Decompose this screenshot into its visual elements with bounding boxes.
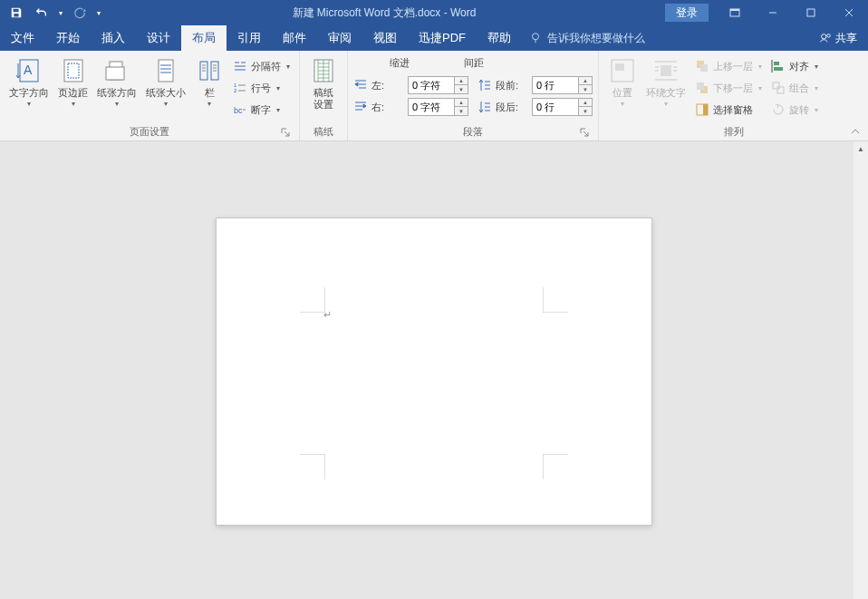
rotate-button: 旋转 ▾ [767, 100, 822, 120]
login-button[interactable]: 登录 [665, 4, 709, 22]
spin-up[interactable]: ▲ [455, 77, 468, 85]
tell-me-search[interactable]: 告诉我你想要做什么 [522, 25, 652, 51]
indent-right-input[interactable] [409, 101, 454, 112]
spin-up[interactable]: ▲ [579, 77, 592, 85]
wrap-text-button: 环绕文字 ▾ [642, 54, 690, 110]
tab-references[interactable]: 引用 [227, 25, 272, 51]
tab-view[interactable]: 视图 [362, 25, 408, 51]
indent-left-spinner[interactable]: ▲▼ [408, 76, 468, 94]
svg-point-8 [822, 34, 826, 39]
spacing-after-spinner[interactable]: ▲▼ [532, 98, 593, 116]
breaks-icon [233, 59, 247, 73]
columns-button[interactable]: 栏 ▾ [191, 54, 227, 110]
maximize-button[interactable] [792, 0, 830, 25]
scroll-up-button[interactable]: ▲ [854, 141, 868, 156]
size-button[interactable]: 纸张大小 ▾ [142, 54, 189, 110]
group-label-arrange: 排列 [604, 125, 863, 140]
group-label-paragraph: 段落 [353, 125, 593, 140]
svg-rect-15 [106, 67, 124, 80]
svg-rect-27 [700, 64, 708, 72]
tab-insert[interactable]: 插入 [91, 25, 136, 51]
line-numbers-button[interactable]: 12 行号 ▾ [229, 78, 294, 98]
position-icon [608, 56, 637, 85]
spacing-before-spinner[interactable]: ▲▼ [532, 76, 593, 94]
selection-pane-button[interactable]: 选择窗格 [691, 100, 766, 120]
group-label-paper: 稿纸 [305, 125, 342, 140]
margins-icon [59, 56, 88, 85]
svg-text:2: 2 [234, 88, 237, 93]
paragraph-mark: ↵ [323, 309, 332, 321]
spin-down[interactable]: ▼ [455, 85, 468, 93]
tab-file[interactable]: 文件 [0, 25, 45, 51]
page[interactable]: ↵ [216, 217, 652, 526]
group-icon [771, 81, 786, 95]
breaks-button[interactable]: 分隔符 ▾ [229, 56, 294, 76]
margin-corner-top-right [543, 287, 568, 313]
margin-corner-bottom-left [300, 454, 325, 479]
hyphenation-icon: bc [233, 102, 247, 117]
document-area[interactable]: ↵ [0, 141, 868, 599]
minimize-button[interactable] [754, 0, 792, 25]
paragraph-launcher[interactable] [578, 126, 591, 139]
spin-up[interactable]: ▲ [579, 99, 592, 107]
chevron-down-icon: ▾ [815, 106, 818, 114]
tab-pdf[interactable]: 迅捷PDF [408, 25, 477, 51]
tab-help[interactable]: 帮助 [477, 25, 522, 51]
undo-dropdown[interactable]: ▾ [56, 2, 65, 24]
paper-icon [309, 56, 338, 85]
chevron-down-icon: ▾ [115, 101, 119, 108]
save-button[interactable] [5, 2, 27, 24]
window-title: 新建 Microsoft Word 文档.docx - Word [103, 5, 665, 21]
spacing-before-label: 段前: [496, 79, 528, 92]
undo-button[interactable] [31, 2, 53, 24]
spacing-after-input[interactable] [533, 101, 578, 112]
margins-button[interactable]: 页边距 ▾ [54, 54, 92, 110]
tab-design[interactable]: 设计 [136, 25, 181, 51]
title-bar: ▾ ▾ 新建 Microsoft Word 文档.docx - Word 登录 [0, 0, 868, 25]
text-direction-button[interactable]: A 文字方向 ▾ [5, 54, 53, 110]
orientation-button[interactable]: 纸张方向 ▾ [93, 54, 140, 110]
chevron-down-icon: ▾ [758, 84, 762, 92]
svg-rect-35 [773, 82, 779, 89]
spacing-after-icon [477, 100, 492, 114]
close-button[interactable] [830, 0, 868, 25]
redo-button[interactable] [69, 2, 91, 24]
qat-customize[interactable]: ▾ [94, 2, 103, 24]
spin-down[interactable]: ▼ [579, 107, 592, 115]
page-size-icon [151, 56, 180, 85]
rotate-icon [771, 102, 786, 117]
page-setup-launcher[interactable] [279, 126, 292, 139]
collapse-ribbon-button[interactable] [846, 124, 864, 139]
align-icon [771, 59, 786, 73]
chevron-down-icon: ▾ [815, 84, 818, 92]
spacing-before-input[interactable] [533, 80, 578, 91]
tab-home[interactable]: 开始 [45, 25, 91, 51]
chevron-down-icon: ▾ [664, 101, 668, 108]
paper-settings-button[interactable]: 稿纸 设置 [305, 54, 342, 112]
tab-review[interactable]: 审阅 [317, 25, 362, 51]
svg-rect-33 [774, 67, 783, 71]
spacing-before-icon [477, 78, 492, 92]
bring-forward-icon [695, 59, 709, 73]
svg-rect-1 [730, 9, 739, 11]
group-paper: 稿纸 设置 稿纸 [300, 51, 348, 140]
share-button[interactable]: 共享 [819, 25, 868, 51]
indent-right-label: 右: [371, 101, 404, 114]
tab-mailings[interactable]: 邮件 [272, 25, 317, 51]
group-page-setup: A 文字方向 ▾ 页边距 ▾ 纸张方向 ▾ 纸张大小 ▾ 栏 [0, 51, 300, 140]
spin-down[interactable]: ▼ [455, 107, 468, 115]
hyphenation-button[interactable]: bc 断字 ▾ [229, 100, 294, 120]
align-button[interactable]: 对齐 ▾ [767, 56, 822, 76]
indent-left-input[interactable] [409, 80, 454, 91]
tab-layout[interactable]: 布局 [181, 25, 227, 51]
vertical-scrollbar[interactable]: ▲ [854, 141, 868, 599]
bring-forward-button: 上移一层 ▾ [691, 56, 766, 76]
spin-up[interactable]: ▲ [455, 99, 468, 107]
ribbon-display-options[interactable] [716, 0, 754, 25]
spin-down[interactable]: ▼ [579, 85, 592, 93]
svg-rect-36 [777, 87, 784, 93]
chevron-up-icon [850, 126, 861, 137]
indent-right-spinner[interactable]: ▲▼ [408, 98, 468, 116]
svg-point-6 [533, 34, 539, 40]
ribbon: A 文字方向 ▾ 页边距 ▾ 纸张方向 ▾ 纸张大小 ▾ 栏 [0, 51, 868, 141]
